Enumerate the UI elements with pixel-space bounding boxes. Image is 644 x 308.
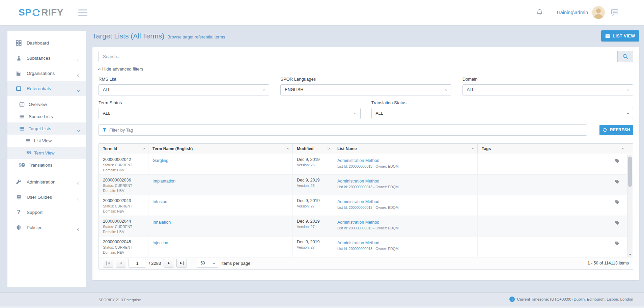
filter-label-domain: Domain (463, 77, 633, 82)
previous-page-button[interactable] (116, 259, 126, 268)
table-row[interactable]: 200000002045Status: CURRENTDomain: H&V I… (99, 236, 633, 257)
chevron-down-icon (445, 88, 447, 90)
list-icon (19, 114, 25, 119)
sidebar-item-list-view[interactable]: List View (7, 135, 86, 147)
sidebar-item-substances[interactable]: Substances (7, 51, 86, 66)
next-page-button[interactable] (164, 259, 174, 268)
sidebar-item-target-lists[interactable]: Target Lists (7, 122, 86, 135)
chat-bubble-icon[interactable] (611, 9, 618, 16)
table-row[interactable]: 200000002044Status: CURRENTDomain: H&V I… (99, 216, 633, 236)
hide-advanced-filters-toggle[interactable]: Hide advanced filters (99, 66, 143, 72)
refresh-button[interactable]: REFRESH (599, 125, 633, 135)
column-menu-chevron-icon[interactable] (328, 147, 330, 149)
total-pages-label: / 2283 (149, 261, 161, 266)
list-view-button[interactable]: LIST VIEW (601, 30, 639, 41)
scrollbar-down-arrow-icon[interactable] (629, 254, 632, 255)
list-name-link[interactable]: Administration Method (337, 220, 379, 225)
sidebar-item-referentials[interactable]: Referentials (7, 81, 86, 96)
filter-label-translation-status: Translation Status (371, 100, 634, 105)
column-menu-chevron-icon[interactable] (287, 147, 289, 149)
page-title: Target Lists (All Terms) (92, 32, 164, 40)
term-id: 200000002036 (103, 178, 145, 183)
column-menu-chevron-icon[interactable] (472, 147, 474, 149)
term-name-link[interactable]: Inhalation (152, 220, 171, 225)
filter-row-2: Term Status ALL Translation Status ALL (99, 95, 633, 119)
chevron-left-icon (78, 226, 80, 231)
tag-icon[interactable] (615, 241, 619, 247)
domain-select[interactable]: ALL (463, 84, 633, 95)
tag-filter-field[interactable] (99, 124, 587, 136)
sidebar-item-source-lists[interactable]: Source Lists (7, 110, 86, 122)
term-id: 200000002045 (103, 240, 145, 244)
table-header: Term Id Term Name (English) Modified Lis… (99, 144, 633, 154)
column-header-list-name[interactable]: List Name (333, 144, 478, 154)
sidebar-item-overview[interactable]: Overview (7, 98, 86, 110)
tag-icon[interactable] (615, 220, 619, 226)
column-header-term-id[interactable]: Term Id (99, 144, 148, 154)
sidebar-item-administration[interactable]: Administration (7, 174, 86, 190)
tag-icon[interactable] (615, 200, 619, 206)
book-icon (16, 194, 22, 200)
tag-icon[interactable] (615, 159, 619, 165)
modified-date: Dec 9, 2019 (297, 157, 330, 162)
list-name-link[interactable]: Administration Method (337, 199, 379, 204)
term-status-select[interactable]: ALL (99, 108, 361, 119)
chevron-down-icon (354, 112, 356, 114)
column-menu-chevron-icon[interactable] (622, 147, 624, 149)
modified-date: Dec 9, 2019 (297, 198, 330, 203)
search-button[interactable] (617, 51, 633, 62)
table-row[interactable]: 200000002036Status: CURRENTDomain: H&V I… (99, 175, 633, 195)
topbar-right: Training\admin (536, 6, 644, 19)
sidebar-label: Overview (29, 102, 47, 107)
current-user[interactable]: Training\admin (556, 10, 588, 15)
page-size-select[interactable]: 50 (197, 259, 218, 268)
first-page-button[interactable] (103, 259, 113, 268)
menu-toggle-icon[interactable] (78, 9, 87, 16)
list-view-icon (605, 34, 610, 38)
column-header-tags[interactable]: Tags (478, 144, 633, 154)
scrollbar-thumb[interactable] (628, 157, 632, 187)
last-page-button[interactable] (176, 259, 187, 268)
list-info: List Id: 200000000013 - Owner: EDQM (337, 165, 475, 168)
sidebar-item-term-view[interactable]: Term View (7, 147, 86, 159)
notifications-bell-icon[interactable] (536, 9, 543, 17)
sidebar-item-policies[interactable]: Policies (7, 220, 86, 235)
chevron-down-icon (263, 88, 265, 90)
modified-date: Dec 9, 2019 (297, 178, 330, 183)
sidebar-item-dashboard[interactable]: Dashboard (7, 35, 86, 51)
term-name-link[interactable]: Injection (152, 241, 168, 245)
list-name-link[interactable]: Administration Method (337, 179, 379, 184)
user-avatar[interactable] (592, 6, 605, 19)
table-row[interactable]: 200000002042Status: CURRENTDomain: H&V G… (99, 154, 633, 175)
term-name-link[interactable]: Implantation (152, 179, 175, 184)
chevron-left-icon (78, 196, 80, 201)
tag-icon[interactable] (615, 179, 619, 185)
spor-languages-select[interactable]: ENGLISH (280, 84, 451, 95)
translation-status-select[interactable]: ALL (371, 108, 634, 119)
list-info: List Id: 200000000013 - Owner: EDQM (337, 185, 475, 189)
column-menu-chevron-icon[interactable] (143, 147, 145, 149)
table-scrollbar[interactable] (627, 155, 633, 257)
sidebar-item-organisations[interactable]: Organisations (7, 66, 86, 81)
page-number-input[interactable] (129, 259, 146, 268)
term-name-link[interactable]: Infusion (152, 199, 167, 204)
list-name-link[interactable]: Administration Method (337, 241, 379, 245)
list-info: List Id: 200000000013 - Owner: EDQM (337, 226, 475, 230)
table-row[interactable]: 200000002043Status: CURRENTDomain: H&V I… (99, 195, 633, 216)
rms-list-select[interactable]: ALL (99, 84, 269, 95)
column-header-term-name[interactable]: Term Name (English) (148, 144, 293, 154)
search-input[interactable] (99, 51, 617, 62)
list-name-link[interactable]: Administration Method (337, 158, 379, 163)
filter-label-spor-languages: SPOR Languages (280, 77, 451, 82)
sidebar-item-support[interactable]: Support (7, 205, 86, 220)
sidebar-item-user-guides[interactable]: User Guides (7, 190, 86, 205)
chevron-left-icon (78, 181, 80, 186)
list-info: List Id: 200000000013 - Owner: EDQM (337, 247, 475, 251)
tag-filter-input[interactable] (109, 128, 583, 133)
term-name-link[interactable]: Gargling (152, 158, 168, 163)
term-status: Status: CURRENT (103, 246, 145, 249)
sidebar-item-translations[interactable]: Translations (7, 159, 86, 171)
term-id: 200000002042 (103, 157, 145, 162)
column-header-modified[interactable]: Modified (293, 144, 333, 154)
sporify-logo[interactable]: SP RIFY (19, 7, 63, 18)
